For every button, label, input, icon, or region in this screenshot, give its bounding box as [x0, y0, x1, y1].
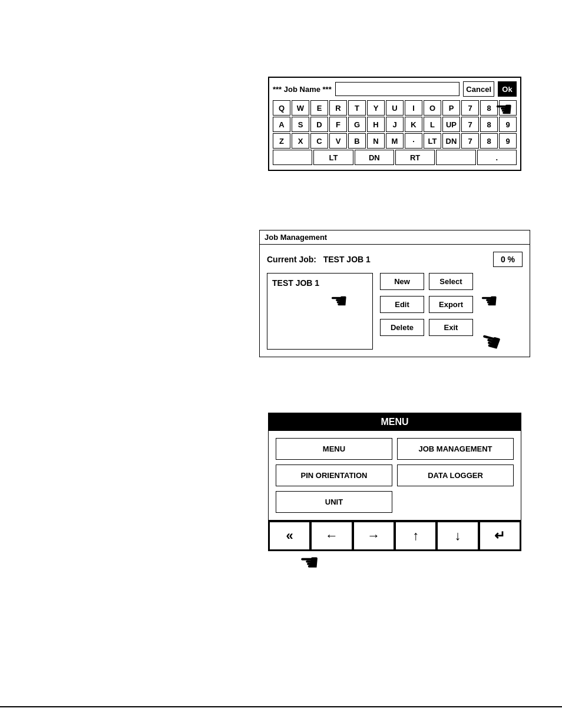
new-button[interactable]: New	[380, 273, 424, 290]
key-a[interactable]: A	[273, 117, 290, 132]
delete-button[interactable]: Delete	[380, 319, 424, 336]
menu-item-job-management[interactable]: JOB MANAGEMENT	[397, 438, 514, 460]
job-name-input[interactable]	[335, 82, 460, 96]
nav-right-button[interactable]: →	[353, 521, 395, 551]
key-up[interactable]: UP	[442, 117, 460, 132]
key-blank[interactable]	[436, 150, 475, 165]
job-management-title: Job Management	[260, 230, 530, 245]
nav-down-button[interactable]: ↓	[437, 521, 478, 551]
key-s[interactable]: S	[292, 117, 309, 132]
exit-button[interactable]: Exit	[429, 319, 473, 336]
key-rt2[interactable]: RT	[395, 150, 435, 165]
job-management-main: TEST JOB 1 New Select Edit Export Delete…	[267, 273, 523, 350]
ok-button[interactable]: Ok	[498, 81, 517, 97]
key-f[interactable]: F	[329, 117, 347, 132]
menu-item-data-logger[interactable]: DATA LOGGER	[397, 465, 514, 486]
key-w[interactable]: W	[292, 100, 309, 116]
select-button[interactable]: Select	[429, 273, 473, 290]
key-j[interactable]: J	[386, 117, 404, 132]
menu-row-2: PIN ORIENTATION DATA LOGGER	[276, 465, 514, 486]
menu-row-3: UNIT	[276, 491, 514, 513]
nav-up-button[interactable]: ↑	[395, 521, 437, 551]
key-lt2[interactable]: LT	[313, 150, 353, 165]
job-list-box[interactable]: TEST JOB 1	[267, 273, 373, 350]
bottom-divider	[0, 706, 562, 707]
keyboard-row-1: Q W E R T Y U I O P 7 8 9	[273, 100, 517, 116]
percent-display: 0 %	[493, 252, 523, 267]
menu-body: MENU JOB MANAGEMENT PIN ORIENTATION DATA…	[269, 431, 521, 520]
key-dn2[interactable]: DN	[355, 150, 394, 165]
key-9c[interactable]: 9	[499, 133, 517, 149]
cancel-button[interactable]: Cancel	[463, 81, 494, 97]
key-c[interactable]: C	[310, 133, 328, 149]
key-o[interactable]: O	[424, 100, 441, 116]
menu-item-unit[interactable]: UNIT	[276, 491, 392, 513]
key-l[interactable]: L	[424, 117, 441, 132]
key-9b[interactable]: 9	[499, 117, 517, 132]
keyboard-row-2: A S D F G H J K L UP 7 8 9	[273, 117, 517, 132]
nav-enter-button[interactable]: ↵	[479, 521, 521, 551]
key-u[interactable]: U	[386, 100, 404, 116]
key-m[interactable]: M	[386, 133, 404, 149]
key-dn[interactable]: DN	[442, 133, 460, 149]
key-k[interactable]: K	[405, 117, 422, 132]
key-7b[interactable]: 7	[461, 117, 479, 132]
key-7c[interactable]: 7	[461, 133, 479, 149]
key-8a[interactable]: 8	[480, 100, 498, 116]
current-job-row: Current Job: TEST JOB 1 0 %	[267, 252, 523, 267]
key-e[interactable]: E	[310, 100, 328, 116]
edit-button[interactable]: Edit	[380, 296, 424, 313]
key-q[interactable]: Q	[273, 100, 290, 116]
keyboard-panel: *** Job Name *** Cancel Ok Q W E R T Y U…	[268, 77, 521, 171]
key-h[interactable]: H	[367, 117, 385, 132]
job-list-item: TEST JOB 1	[272, 278, 319, 288]
key-8c[interactable]: 8	[480, 133, 498, 149]
menu-title: MENU	[269, 413, 521, 431]
key-z[interactable]: Z	[273, 133, 290, 149]
export-button[interactable]: Export	[429, 296, 473, 313]
action-row-2: Edit Export	[380, 296, 473, 313]
action-row-3: Delete Exit	[380, 319, 473, 336]
key-dot1[interactable]: ·	[405, 133, 422, 149]
menu-row-1: MENU JOB MANAGEMENT	[276, 438, 514, 460]
job-management-body: Current Job: TEST JOB 1 0 % TEST JOB 1 N…	[260, 245, 530, 357]
menu-item-pin-orientation[interactable]: PIN ORIENTATION	[276, 465, 392, 486]
job-actions: New Select Edit Export Delete Exit	[380, 273, 473, 350]
key-y[interactable]: Y	[367, 100, 385, 116]
key-n[interactable]: N	[367, 133, 385, 149]
navigation-bar: « ← → ↑ ↓ ↵	[269, 520, 521, 551]
key-b[interactable]: B	[348, 133, 366, 149]
key-x[interactable]: X	[292, 133, 309, 149]
key-v[interactable]: V	[329, 133, 347, 149]
key-lt[interactable]: LT	[424, 133, 441, 149]
job-management-panel: Job Management Current Job: TEST JOB 1 0…	[259, 230, 530, 357]
keyboard-header: *** Job Name *** Cancel Ok	[273, 81, 517, 97]
key-d[interactable]: D	[310, 117, 328, 132]
key-i[interactable]: I	[405, 100, 422, 116]
keyboard-row-4: LT DN RT .	[273, 150, 517, 165]
action-row-1: New Select	[380, 273, 473, 290]
key-8b[interactable]: 8	[480, 117, 498, 132]
menu-item-menu[interactable]: MENU	[276, 438, 392, 460]
key-r[interactable]: R	[329, 100, 347, 116]
key-p[interactable]: P	[442, 100, 460, 116]
key-7a[interactable]: 7	[461, 100, 479, 116]
hand-cursor-nav: ☚	[299, 549, 319, 575]
key-space[interactable]	[273, 150, 312, 165]
keyboard-row-3: Z X C V B N M · LT DN 7 8 9	[273, 133, 517, 149]
key-9a[interactable]: 9	[499, 100, 517, 116]
key-t[interactable]: T	[348, 100, 366, 116]
key-g[interactable]: G	[348, 117, 366, 132]
current-job-label: Current Job: TEST JOB 1	[267, 255, 371, 264]
key-dot2[interactable]: .	[477, 150, 517, 165]
job-name-label: *** Job Name ***	[273, 85, 332, 94]
menu-panel: MENU MENU JOB MANAGEMENT PIN ORIENTATION…	[268, 413, 521, 551]
nav-back-button[interactable]: «	[269, 521, 310, 551]
nav-left-button[interactable]: ←	[310, 521, 352, 551]
